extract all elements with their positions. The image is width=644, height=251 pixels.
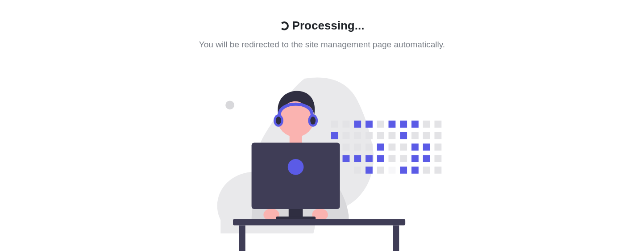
- svg-point-58: [287, 159, 303, 175]
- svg-rect-32: [366, 155, 373, 162]
- svg-rect-24: [377, 143, 384, 151]
- svg-rect-31: [354, 155, 361, 162]
- svg-rect-16: [388, 132, 395, 139]
- svg-rect-44: [411, 167, 418, 174]
- svg-rect-5: [377, 121, 384, 128]
- processing-title: Processing...: [292, 19, 365, 33]
- svg-rect-13: [354, 132, 361, 139]
- svg-rect-57: [251, 142, 340, 209]
- svg-rect-22: [354, 143, 361, 151]
- svg-rect-35: [400, 155, 407, 162]
- svg-rect-1: [331, 121, 338, 128]
- svg-rect-27: [411, 143, 418, 151]
- svg-rect-43: [400, 167, 407, 174]
- svg-rect-15: [377, 132, 384, 139]
- svg-rect-39: [354, 167, 361, 174]
- svg-rect-28: [423, 143, 430, 151]
- svg-rect-33: [377, 155, 384, 162]
- svg-rect-6: [388, 121, 395, 128]
- svg-rect-7: [400, 121, 407, 128]
- svg-rect-26: [400, 143, 407, 151]
- svg-rect-21: [342, 143, 349, 151]
- svg-rect-25: [388, 143, 395, 151]
- worker-illustration: [197, 74, 447, 251]
- svg-rect-45: [423, 167, 430, 174]
- svg-rect-12: [342, 132, 349, 139]
- svg-rect-38: [434, 155, 441, 162]
- svg-rect-60: [239, 226, 245, 251]
- svg-rect-18: [411, 132, 418, 139]
- svg-rect-41: [377, 167, 384, 174]
- svg-point-0: [225, 100, 234, 109]
- processing-subtitle: You will be redirected to the site manag…: [199, 40, 445, 50]
- svg-rect-36: [411, 155, 418, 162]
- svg-rect-9: [423, 121, 430, 128]
- svg-rect-20: [434, 132, 441, 139]
- svg-rect-46: [434, 167, 441, 174]
- svg-rect-2: [342, 121, 349, 128]
- svg-rect-42: [388, 167, 395, 174]
- svg-rect-23: [366, 143, 373, 151]
- svg-rect-11: [331, 132, 338, 139]
- svg-rect-19: [423, 132, 430, 139]
- svg-rect-10: [434, 121, 441, 128]
- spinner-icon: [280, 21, 289, 30]
- svg-rect-3: [354, 121, 361, 128]
- svg-rect-59: [233, 219, 405, 226]
- svg-rect-37: [423, 155, 430, 162]
- svg-rect-4: [366, 121, 373, 128]
- svg-point-52: [310, 117, 316, 125]
- svg-rect-61: [393, 226, 399, 251]
- status-header: Processing...: [280, 19, 365, 33]
- svg-rect-34: [388, 155, 395, 162]
- svg-rect-29: [434, 143, 441, 151]
- svg-rect-8: [411, 121, 418, 128]
- svg-rect-17: [400, 132, 407, 139]
- svg-rect-30: [342, 155, 349, 162]
- svg-rect-14: [366, 132, 373, 139]
- svg-point-51: [276, 117, 281, 125]
- svg-rect-40: [366, 167, 373, 174]
